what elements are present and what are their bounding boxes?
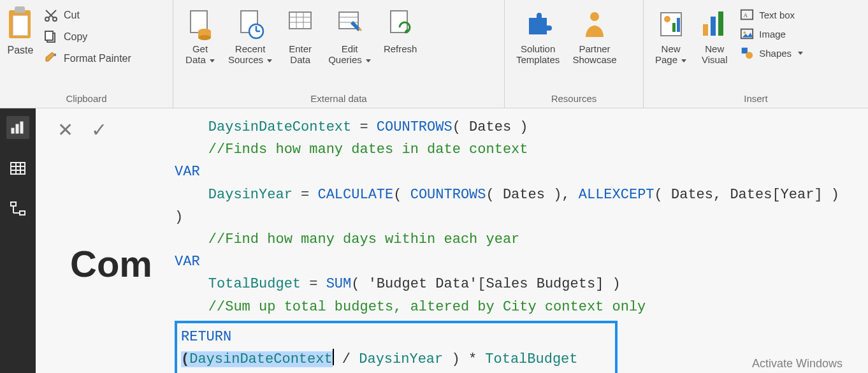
data-view-button[interactable] (6, 157, 29, 180)
text-box-button[interactable]: A Text box (739, 6, 804, 23)
text-box-label: Text box (759, 10, 795, 20)
commit-formula-button[interactable]: ✓ (91, 119, 107, 141)
ribbon-group-insert: New Page New Visual A Text box Image (644, 0, 868, 108)
new-page-icon (656, 6, 686, 42)
image-button[interactable]: Image (739, 26, 804, 42)
get-data-button[interactable]: Get Data (178, 3, 222, 66)
partner-showcase-label: Partner Showcase (572, 43, 616, 66)
ribbon: Paste Cut Copy Format Painter Clipboard (0, 0, 868, 108)
copy-button[interactable]: Copy (41, 28, 134, 46)
formula-bar-actions: ✕ ✓ (57, 119, 107, 141)
cancel-formula-button[interactable]: ✕ (57, 119, 73, 141)
cut-icon (43, 8, 59, 23)
new-page-button[interactable]: New Page (649, 3, 693, 66)
formula-keyword: RETURN (181, 329, 231, 345)
table-icon (10, 160, 26, 177)
formula-comment: //Find how many days within each year (208, 231, 519, 247)
format-painter-icon (43, 51, 59, 66)
enter-data-label: Enter Data (289, 43, 312, 66)
svg-rect-6 (54, 54, 56, 56)
svg-point-10 (198, 35, 211, 40)
formula-keyword: VAR (175, 164, 200, 180)
formula-token: ) * (443, 351, 485, 367)
svg-rect-40 (20, 122, 23, 133)
formula-token: DaysinDateContext (189, 351, 332, 367)
new-visual-button[interactable]: New Visual (693, 3, 736, 66)
image-icon (740, 27, 754, 41)
get-data-icon (185, 6, 215, 42)
image-label: Image (759, 29, 786, 40)
formula-comment: //Finds how many dates in date context (208, 142, 528, 157)
svg-rect-36 (742, 48, 748, 54)
paste-button[interactable]: Paste (5, 3, 41, 56)
ribbon-group-label: Resources (510, 91, 638, 108)
refresh-label: Refresh (384, 43, 417, 54)
formula-token: SUM (326, 276, 352, 292)
copy-label: Copy (64, 31, 87, 43)
formula-token: DaysinYear (359, 351, 443, 367)
refresh-button[interactable]: Refresh (377, 3, 424, 54)
ribbon-group-resources: Solution Templates Partner Showcase Reso… (505, 0, 644, 108)
formula-token: ALLEXCEPT (579, 187, 655, 203)
formula-keyword: VAR (175, 254, 200, 270)
enter-data-icon (285, 6, 315, 42)
formula-token: COUNTROWS (377, 119, 452, 135)
svg-rect-46 (11, 202, 16, 206)
cut-button[interactable]: Cut (41, 6, 134, 24)
formula-comment: //Sum up total budgets, altered by City … (208, 299, 646, 315)
formula-token: COUNTROWS (410, 187, 486, 203)
puzzle-icon (523, 6, 553, 42)
ribbon-group-label: Clipboard (5, 91, 168, 108)
formula-editor[interactable]: DaysinDateContext = COUNTROWS( Dates ) /… (170, 112, 855, 373)
ribbon-group-label: Insert (649, 91, 863, 108)
svg-rect-28 (677, 18, 680, 32)
formula-token: DaysinDateContext (208, 119, 351, 135)
edit-queries-icon (335, 6, 365, 42)
svg-rect-30 (711, 17, 716, 36)
solution-templates-button[interactable]: Solution Templates (510, 3, 566, 66)
svg-rect-38 (11, 128, 14, 133)
formula-token: = (351, 119, 377, 135)
formula-token: ( (393, 187, 410, 203)
solution-templates-label: Solution Templates (516, 43, 560, 66)
recent-sources-label: Recent Sources (228, 43, 265, 65)
svg-rect-31 (718, 11, 723, 36)
shapes-label: Shapes (759, 48, 792, 59)
formula-token: CALCULATE (317, 187, 393, 203)
model-view-button[interactable] (6, 198, 29, 221)
svg-point-37 (746, 52, 753, 59)
formula-token: ( Dates ) (452, 119, 528, 135)
enter-data-button[interactable]: Enter Data (278, 3, 322, 66)
person-icon (579, 6, 610, 42)
paste-icon (6, 6, 34, 42)
format-painter-label: Format Painter (64, 53, 131, 64)
edit-queries-button[interactable]: Edit Queries (322, 3, 377, 66)
ribbon-group-label: External data (178, 91, 499, 108)
cut-label: Cut (64, 10, 80, 21)
formula-token: ( 'Budget Data'[Sales Budgets] ) (351, 276, 620, 292)
formula-token: DaysinYear (208, 187, 293, 203)
new-page-label: New Page (655, 43, 681, 65)
shapes-button[interactable]: Shapes (739, 45, 804, 61)
partner-showcase-button[interactable]: Partner Showcase (566, 3, 623, 66)
formula-token: = (293, 187, 318, 203)
svg-rect-15 (289, 12, 311, 29)
formula-token: ( (181, 351, 189, 367)
formula-token: = (301, 276, 326, 292)
formula-token: TotalBudget (208, 276, 301, 292)
formula-token: / (334, 351, 359, 367)
page-title-partial: Com (70, 242, 152, 285)
svg-rect-39 (16, 124, 18, 133)
report-view-button[interactable] (6, 116, 29, 139)
svg-rect-41 (11, 163, 25, 174)
svg-rect-27 (672, 23, 676, 32)
svg-point-35 (744, 31, 746, 34)
svg-rect-5 (45, 31, 53, 40)
svg-rect-29 (703, 24, 708, 36)
bar-chart-icon (10, 119, 26, 136)
ribbon-group-external-data: Get Data Recent Sources Enter Data Edit … (173, 0, 505, 108)
recent-sources-button[interactable]: Recent Sources (222, 3, 278, 66)
svg-text:A: A (744, 12, 748, 18)
format-painter-button[interactable]: Format Painter (41, 50, 134, 68)
windows-activation-watermark: Activate Windows (752, 357, 843, 370)
